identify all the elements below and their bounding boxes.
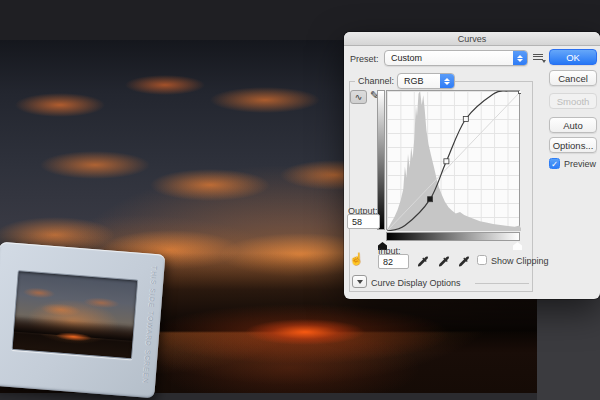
channel-value: RGB: [398, 76, 440, 86]
channel-dropdown[interactable]: RGB: [397, 73, 455, 89]
curve-point[interactable]: [463, 117, 468, 122]
preset-menu-icon[interactable]: [532, 52, 544, 62]
preset-value: Custom: [385, 53, 513, 63]
photoshop-workspace: THIS SIDE TOWARD SCREEN Curves Preset: C…: [0, 0, 600, 400]
dialog-titlebar[interactable]: Curves: [344, 32, 600, 46]
curve-point-selected[interactable]: [428, 197, 433, 202]
auto-button[interactable]: Auto: [549, 117, 597, 133]
input-field[interactable]: [378, 254, 409, 269]
slide-photo: [11, 270, 138, 359]
curve-display-options-label: Curve Display Options: [371, 278, 461, 288]
point-curve-tool-icon[interactable]: ∿: [350, 90, 367, 104]
ok-button[interactable]: OK: [549, 49, 597, 65]
input-gradient-ramp: [386, 232, 520, 241]
dialog-title: Curves: [458, 34, 487, 44]
preset-dropdown[interactable]: Custom: [384, 50, 528, 66]
channel-stepper-icon: [440, 74, 454, 88]
curve-point[interactable]: [444, 159, 449, 164]
curve-display-options-disclosure[interactable]: [352, 275, 367, 288]
app-background-bottom: [0, 393, 537, 400]
slide-edge-text: THIS SIDE TOWARD SCREEN: [142, 266, 158, 386]
curve-point[interactable]: [519, 91, 522, 94]
preview-checkbox[interactable]: ✓: [549, 158, 560, 169]
gray-point-eyedropper-icon[interactable]: [437, 254, 450, 268]
preset-label: Preset:: [350, 54, 379, 64]
output-gradient-ramp: [377, 90, 385, 230]
film-slide: THIS SIDE TOWARD SCREEN: [0, 242, 165, 399]
preset-stepper-icon: [513, 51, 527, 65]
show-clipping-checkbox[interactable]: [477, 255, 487, 265]
smooth-button: Smooth: [549, 93, 597, 109]
curve-grid[interactable]: [386, 90, 520, 230]
options-button[interactable]: Options...: [549, 137, 597, 153]
separator: [475, 283, 529, 284]
channel-label: Channel:: [355, 75, 397, 87]
black-point-eyedropper-icon[interactable]: [416, 254, 429, 268]
output-field[interactable]: [347, 214, 380, 229]
baseline-diagonal: [387, 91, 521, 231]
targeted-adjustment-icon[interactable]: ☝: [349, 252, 364, 266]
triangle-down-icon: [357, 280, 363, 284]
preview-label: Preview: [564, 159, 596, 169]
white-point-eyedropper-icon[interactable]: [457, 254, 470, 268]
curve-chart[interactable]: [387, 91, 521, 231]
cancel-button[interactable]: Cancel: [549, 70, 597, 86]
curves-dialog: Curves Preset: Custom OK Cancel Smooth A…: [344, 32, 600, 299]
show-clipping-label: Show Clipping: [491, 256, 549, 266]
